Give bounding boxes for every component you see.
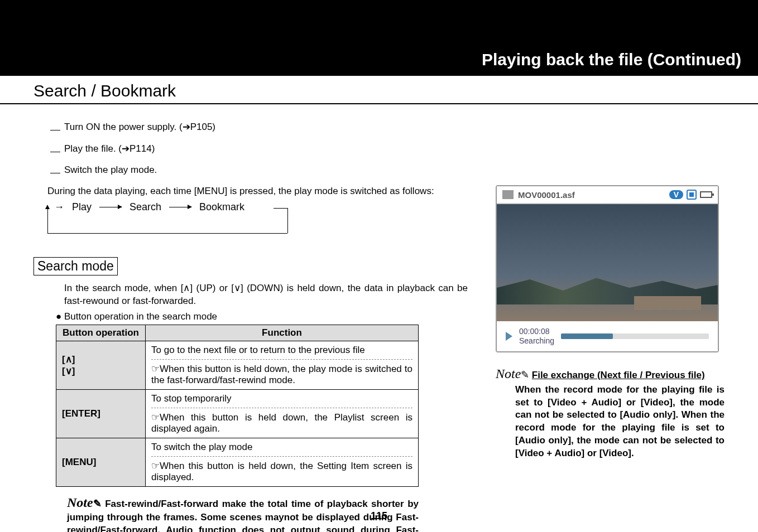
- play-icon: [506, 332, 512, 341]
- playback-status: Searching: [519, 336, 554, 346]
- section-header: Search / Bookmark: [0, 76, 758, 104]
- cell-updown-func: To go to the next file or to return to t…: [146, 341, 419, 389]
- progress-bar: [561, 333, 709, 339]
- func-subtext: ☞When this button is held down, the play…: [151, 363, 412, 386]
- step-2-text: Play the file. (➔P114): [64, 143, 155, 154]
- note-right: Note✎ File exchange (Next file / Previou…: [496, 366, 725, 461]
- operations-table: Button operation Function [∧] [∨] To go …: [56, 325, 419, 487]
- video-file-icon: [502, 190, 514, 199]
- note-icon: Note: [67, 495, 93, 510]
- step-3-subtext: During the data playing, each time [MENU…: [47, 186, 468, 197]
- pencil-icon: ✎: [521, 369, 529, 380]
- left-column: Turn ON the power supply. (➔P105) Play t…: [33, 121, 468, 532]
- device-screenshot: MOV00001.asf V 00:00:08 S: [496, 185, 719, 352]
- arrow-icon: →: [54, 201, 64, 213]
- search-mode-title: Search mode: [33, 257, 118, 275]
- cell-menu-func: To switch the play mode ☞When this butto…: [146, 438, 419, 486]
- func-text: To switch the play mode: [151, 442, 412, 453]
- playback-time: 00:00:08: [519, 327, 554, 336]
- note-right-title: File exchange (Next file / Previous file…: [532, 370, 705, 380]
- th-function: Function: [146, 325, 419, 341]
- top-black-bar: [0, 0, 758, 43]
- arrow-icon: [169, 207, 191, 207]
- note-icon: Note: [496, 366, 521, 381]
- step-3-text: Switch the play mode.: [64, 165, 157, 175]
- func-subtext: ☞When this button is held down, the Play…: [151, 412, 412, 434]
- video-preview: [497, 204, 718, 321]
- page-number: 115: [0, 510, 758, 522]
- battery-icon: [700, 191, 712, 198]
- v-badge-icon: V: [669, 190, 683, 199]
- right-column: MOV00001.asf V 00:00:08 S: [490, 121, 725, 532]
- flow-search: Search: [129, 201, 161, 213]
- filename: MOV00001.asf: [518, 190, 575, 200]
- step-2: Play the file. (➔P114): [33, 143, 468, 154]
- func-subtext: ☞When this button is held down, the Sett…: [151, 460, 412, 483]
- playback-controls: 00:00:08 Searching: [497, 321, 718, 351]
- step-3: Switch the play mode.: [33, 165, 468, 176]
- arrow-icon: [99, 207, 122, 207]
- page-title: Playing back the file (Continued): [482, 50, 741, 69]
- step-1: Turn ON the power supply. (➔P105): [33, 121, 468, 133]
- flow-play: Play: [72, 201, 92, 213]
- pencil-icon: ✎: [93, 498, 102, 509]
- bullet-ops: Button operation in the search mode: [56, 311, 468, 322]
- cell-enter-func: To stop temporarily ☞When this button is…: [146, 389, 419, 438]
- cell-menu: [MENU]: [56, 438, 146, 486]
- step-1-text: Turn ON the power supply. (➔P105): [64, 122, 215, 132]
- stop-icon: [687, 190, 697, 200]
- flow-bookmark: Bookmark: [199, 201, 244, 213]
- func-text: To stop temporarily: [151, 393, 412, 404]
- search-mode-desc: In the search mode, when [∧] (UP) or [∨]…: [64, 282, 468, 308]
- th-button: Button operation: [56, 325, 146, 341]
- func-text: To go to the next file or to return to t…: [151, 345, 412, 356]
- note-right-body: When the record mode for the playing fil…: [515, 384, 725, 461]
- shot-titlebar: MOV00001.asf V: [497, 186, 718, 204]
- title-bar: Playing back the file (Continued): [0, 43, 758, 76]
- cell-updown: [∧] [∨]: [56, 341, 146, 389]
- cell-enter: [ENTER]: [56, 389, 146, 438]
